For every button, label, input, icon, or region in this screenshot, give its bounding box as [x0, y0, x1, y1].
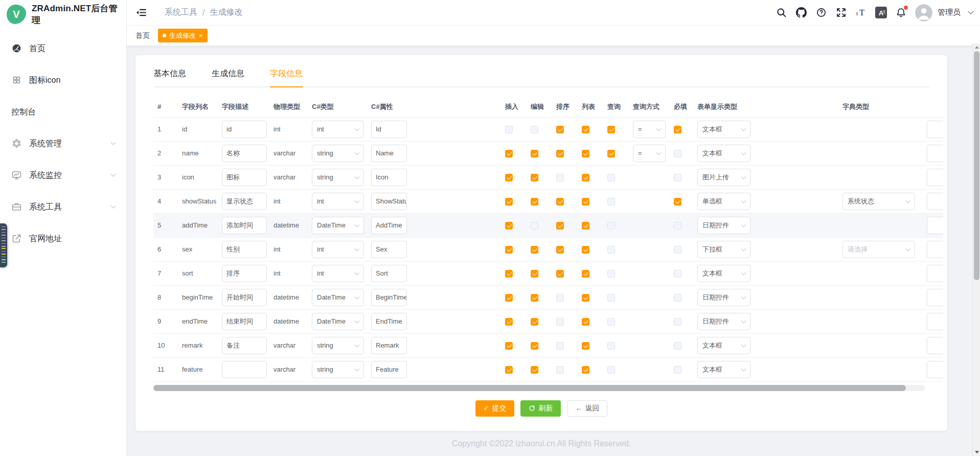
checkbox-required[interactable] [674, 246, 681, 254]
checkbox-insert[interactable] [505, 270, 513, 278]
vertical-scrollbar-thumb[interactable] [974, 51, 979, 280]
input-extra-clipped[interactable] [927, 145, 943, 162]
input-column-desc[interactable]: 性别 [222, 241, 267, 258]
checkbox-insert[interactable] [505, 150, 513, 157]
select-cs-type[interactable]: int [312, 241, 364, 258]
input-cs-property[interactable]: Sort [371, 265, 407, 282]
select-cs-type[interactable]: int [312, 121, 364, 138]
sidebar-item-home[interactable]: 首页 [0, 33, 126, 64]
input-extra-clipped[interactable] [927, 193, 943, 210]
checkbox-sort[interactable] [556, 342, 564, 350]
tag-active[interactable]: 生成修改× [158, 29, 208, 42]
select-cs-type[interactable]: string [312, 169, 364, 186]
checkbox-query[interactable] [607, 270, 615, 278]
select-query-type[interactable]: = [633, 145, 666, 162]
checkbox-required[interactable] [674, 318, 681, 326]
checkbox-sort[interactable] [556, 126, 564, 133]
input-column-desc[interactable]: 名称 [222, 145, 267, 162]
tab-字段信息[interactable]: 字段信息 [270, 69, 303, 86]
select-cs-type[interactable]: string [312, 145, 364, 162]
input-extra-clipped[interactable] [927, 169, 943, 186]
checkbox-insert[interactable] [505, 174, 513, 181]
checkbox-insert[interactable] [505, 294, 513, 302]
select-display-type[interactable]: 文本框 [697, 265, 750, 282]
input-cs-property[interactable]: ShowStatus [371, 193, 407, 210]
checkbox-required[interactable] [674, 270, 681, 278]
checkbox-required[interactable] [674, 366, 681, 374]
tag-close-icon[interactable]: × [199, 32, 203, 39]
select-cs-type[interactable]: int [312, 265, 364, 282]
sidebar-item-console[interactable]: 控制台 [0, 96, 126, 128]
input-extra-clipped[interactable] [927, 289, 943, 306]
input-column-desc[interactable]: 排序 [222, 265, 267, 282]
checkbox-edit[interactable] [531, 126, 538, 133]
checkbox-query[interactable] [607, 126, 615, 133]
checkbox-list[interactable] [582, 366, 589, 374]
input-extra-clipped[interactable] [927, 217, 943, 234]
checkbox-list[interactable] [582, 174, 589, 181]
horizontal-scrollbar[interactable] [153, 385, 925, 391]
select-cs-type[interactable]: DateTime [312, 313, 364, 330]
checkbox-sort[interactable] [556, 246, 564, 254]
refresh-button[interactable]: 刷新 [520, 400, 561, 417]
sidebar-item-system-monitor[interactable]: 系统监控 [0, 159, 126, 191]
input-cs-property[interactable]: Sex [371, 241, 407, 258]
select-cs-type[interactable]: DateTime [312, 217, 364, 234]
input-column-desc[interactable]: 添加时间 [222, 217, 267, 234]
checkbox-required[interactable] [674, 294, 681, 302]
tab-基本信息[interactable]: 基本信息 [153, 69, 186, 86]
vertical-scrollbar[interactable] [972, 43, 980, 456]
menu-fold-icon[interactable] [135, 7, 147, 18]
submit-button[interactable]: ✓ 提交 [475, 400, 515, 417]
user-name[interactable]: 管理员 [938, 8, 961, 17]
select-dict-type[interactable]: 系统状态 [842, 193, 915, 210]
horizontal-scrollbar-thumb[interactable] [153, 385, 906, 391]
checkbox-query[interactable] [607, 198, 615, 206]
checkbox-edit[interactable] [531, 222, 538, 230]
checkbox-query[interactable] [607, 246, 615, 254]
checkbox-insert[interactable] [505, 222, 513, 230]
checkbox-required[interactable] [674, 342, 681, 350]
checkbox-edit[interactable] [531, 270, 538, 278]
chevron-down-icon[interactable] [968, 8, 973, 14]
sidebar-item-system-tools[interactable]: 系统工具 [0, 191, 126, 223]
checkbox-list[interactable] [582, 126, 589, 133]
checkbox-sort[interactable] [556, 222, 564, 230]
checkbox-sort[interactable] [556, 198, 564, 206]
sidebar-item-icons[interactable]: 图标icon [0, 64, 126, 96]
checkbox-query[interactable] [607, 342, 615, 350]
select-cs-type[interactable]: string [312, 337, 364, 354]
checkbox-list[interactable] [582, 222, 589, 230]
select-display-type[interactable]: 下拉框 [697, 241, 750, 258]
input-extra-clipped[interactable] [927, 313, 943, 330]
checkbox-list[interactable] [582, 318, 589, 326]
checkbox-sort[interactable] [556, 150, 564, 157]
checkbox-required[interactable] [674, 174, 681, 181]
checkbox-edit[interactable] [531, 294, 538, 302]
checkbox-insert[interactable] [505, 342, 513, 350]
bell-icon[interactable] [895, 7, 907, 18]
tab-生成信息[interactable]: 生成信息 [212, 69, 244, 86]
select-cs-type[interactable]: string [312, 361, 364, 378]
fullscreen-icon[interactable] [835, 7, 847, 18]
select-display-type[interactable]: 文本框 [697, 337, 750, 354]
input-cs-property[interactable]: Id [371, 121, 407, 138]
checkbox-edit[interactable] [531, 198, 538, 206]
select-display-type[interactable]: 日期控件 [697, 313, 750, 330]
font-size-icon[interactable]: tT [855, 7, 867, 18]
input-column-desc[interactable] [222, 361, 267, 378]
checkbox-query[interactable] [607, 366, 615, 374]
tag-inactive[interactable]: 首页 [135, 31, 150, 40]
select-dict-type[interactable]: 请选择 [842, 241, 915, 258]
select-cs-type[interactable]: int [312, 193, 364, 210]
checkbox-edit[interactable] [531, 366, 538, 374]
search-icon[interactable] [776, 7, 787, 18]
checkbox-list[interactable] [582, 246, 589, 254]
checkbox-list[interactable] [582, 198, 589, 206]
input-column-desc[interactable]: 图标 [222, 169, 267, 186]
checkbox-edit[interactable] [531, 174, 538, 181]
checkbox-query[interactable] [607, 222, 615, 230]
checkbox-list[interactable] [582, 270, 589, 278]
input-cs-property[interactable]: Feature [371, 361, 407, 378]
checkbox-insert[interactable] [505, 126, 513, 133]
